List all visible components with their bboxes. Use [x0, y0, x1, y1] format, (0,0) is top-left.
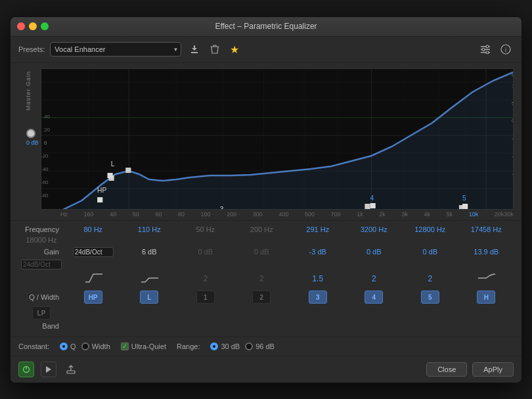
band-2-button[interactable]: 2 [252, 291, 271, 304]
band-3-gain: -3 dB [290, 247, 345, 256]
band-1-button[interactable]: 1 [196, 291, 215, 304]
band-hp-text: HP [97, 187, 106, 194]
band-lp-freq: 18000 Hz [18, 235, 64, 245]
band-hp-gain: 24dB/Oct 12dB/Oct 6dB/Oct [66, 246, 121, 258]
traffic-lights [17, 22, 49, 30]
band-5-text: 5 [462, 195, 466, 202]
master-gain-knob[interactable] [26, 129, 35, 138]
range-radio-group: 30 dB 96 dB [210, 342, 275, 350]
hp-gain-select[interactable]: 24dB/Oct 12dB/Oct 6dB/Oct [73, 247, 114, 257]
delete-preset-button[interactable] [208, 43, 222, 56]
close-traffic-light[interactable] [17, 22, 25, 30]
eq-grid: L HP 3 4 5 [41, 69, 513, 210]
ultra-quiet-option[interactable]: ✓ Ultra-Quiet [121, 342, 166, 350]
band-2-gain: 0 dB [234, 247, 290, 256]
bottom-options: Constant: Q Width ✓ Ultra-Quiet Range: 3… [11, 337, 521, 356]
band-1-shape: 2 [178, 273, 233, 284]
minimize-traffic-light[interactable] [29, 22, 37, 30]
band-hp-btn-cell: HP [66, 290, 121, 304]
band-1-btn-cell: 1 [178, 290, 233, 304]
band-hp-point[interactable] [125, 168, 131, 173]
band-4-button[interactable]: 4 [365, 291, 383, 304]
l-shape [122, 272, 177, 285]
apply-button[interactable]: ApPly [472, 362, 514, 377]
band-2-freq: 200 Hz [234, 225, 290, 234]
band-4-freq: 3200 Hz [347, 225, 402, 234]
constant-q-option[interactable]: Q [60, 342, 76, 350]
band-lp-button[interactable]: LP [32, 306, 51, 319]
filter-shape-row: 2 2 1.5 2 2 [18, 272, 514, 288]
band-2-btn-cell: 2 [234, 290, 290, 304]
window-title: Effect – Parametric Equalizer [215, 22, 317, 31]
settings-button[interactable] [478, 43, 493, 55]
favorite-button[interactable]: ★ [227, 42, 242, 57]
band-h-btn-cell: H [459, 290, 514, 304]
band-5-band [403, 325, 458, 327]
band-4-shape: 2 [347, 273, 402, 284]
range-96db-radio[interactable] [245, 342, 253, 350]
band-4-band [347, 325, 402, 327]
ultra-quiet-label: Ultra-Quiet [131, 342, 166, 350]
range-30db-option[interactable]: 30 dB [210, 342, 240, 350]
range-label: Range: [177, 342, 200, 350]
power-icon [22, 365, 30, 373]
eq-container: Master Gain [11, 63, 521, 220]
preset-select[interactable]: Vocal Enhancer Bass Boost Treble Boost C… [50, 42, 181, 57]
band-4-btn-cell: 4 [347, 290, 402, 304]
band-hp-button[interactable]: HP [84, 291, 102, 304]
eq-graph[interactable]: L HP 3 4 5 [41, 68, 514, 210]
band-5-freq: 12800 Hz [403, 225, 458, 234]
range-30db-radio[interactable] [210, 342, 218, 350]
band-l-btn-cell: L [122, 290, 177, 304]
band-row: Band [18, 322, 514, 333]
presets-label: Presets: [18, 45, 45, 53]
constant-q-radio[interactable] [60, 342, 68, 350]
constant-width-radio[interactable] [81, 342, 89, 350]
svg-point-3 [486, 45, 489, 48]
export-button[interactable] [63, 362, 79, 377]
save-preset-button[interactable] [187, 43, 202, 56]
preset-select-wrap: Vocal Enhancer Bass Boost Treble Boost C… [50, 42, 181, 57]
band-4-point[interactable] [365, 204, 370, 209]
ultra-quiet-checkbox[interactable]: ✓ [121, 342, 129, 350]
band-l-gain: 6 dB [122, 247, 177, 256]
lp-shape [18, 287, 64, 288]
frequency-row: Frequency 80 Hz 110 Hz 50 Hz 200 Hz 291 … [18, 225, 514, 245]
band-1-gain: 0 dB [178, 247, 233, 256]
play-button[interactable] [41, 362, 56, 377]
band-3-button[interactable]: 3 [309, 291, 327, 304]
play-icon [46, 366, 51, 373]
maximize-traffic-light[interactable] [41, 22, 49, 30]
gain-knob-value: 0 dB [26, 139, 39, 146]
hs-filter-icon [477, 273, 495, 283]
svg-point-5 [486, 51, 489, 54]
band-h-band [459, 325, 514, 327]
footer: Close ApPly [11, 356, 521, 383]
h-shape [459, 272, 514, 285]
footer-left [18, 362, 79, 377]
band-h-button[interactable]: H [477, 291, 495, 304]
info-button[interactable]: i [498, 43, 514, 56]
band-h-gain: 13.9 dB [459, 247, 514, 256]
frequency-label: Frequency [18, 225, 64, 233]
lp-gain-select[interactable]: 24dB/Oct 12dB/Oct [21, 260, 62, 270]
band-4-text: 4 [370, 195, 374, 202]
svg-rect-28 [108, 173, 113, 178]
band-2-band [234, 325, 290, 327]
constant-width-option[interactable]: Width [81, 342, 110, 350]
close-button[interactable]: Close [426, 362, 467, 377]
band-3-text: 3 [220, 206, 224, 210]
titlebar: Effect – Parametric Equalizer [11, 17, 521, 37]
range-30db-label: 30 dB [221, 342, 240, 350]
band-l-button[interactable]: L [140, 291, 158, 304]
parametric-equalizer-window: Effect – Parametric Equalizer Presets: V… [10, 16, 522, 383]
band-5-btn-cell: 5 [403, 290, 458, 304]
power-button[interactable] [18, 362, 34, 377]
presets-bar: Presets: Vocal Enhancer Bass Boost Trebl… [11, 37, 521, 63]
band-5-button[interactable]: 5 [421, 291, 439, 304]
band-l-label: L [111, 160, 115, 168]
range-96db-option[interactable]: 96 dB [245, 342, 275, 350]
hp-shape [66, 272, 121, 285]
master-gain-label: Master Gain [25, 71, 32, 110]
svg-rect-32 [462, 204, 468, 209]
